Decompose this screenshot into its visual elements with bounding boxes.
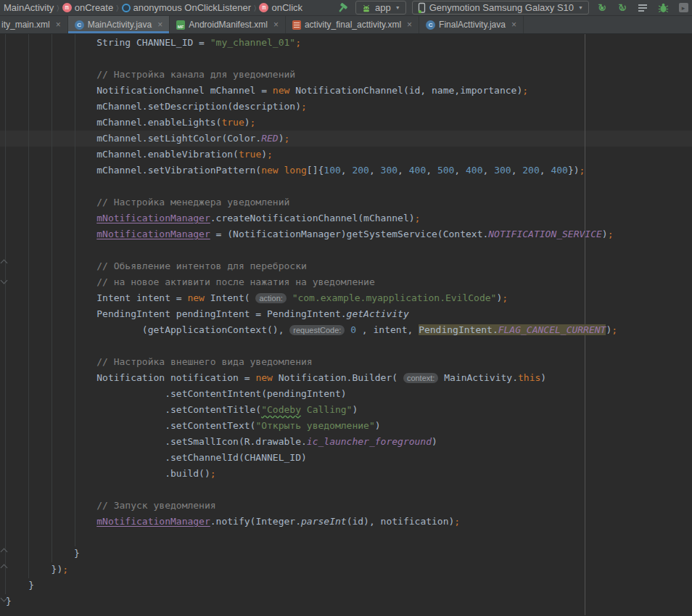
device-phone-icon (418, 2, 426, 14)
anonymous-class-icon (122, 4, 131, 12)
close-icon[interactable]: × (157, 20, 162, 30)
apply-changes-restart-icon[interactable]: ↻ (595, 1, 609, 15)
parameter-hint: action: (255, 293, 286, 303)
code-line[interactable]: // на новое активити после нажатия на ув… (6, 274, 617, 290)
code-token: 400 (551, 165, 567, 176)
debug-attach-icon[interactable] (656, 1, 670, 15)
code-token: new (273, 85, 289, 96)
code-token: , (483, 165, 495, 176)
apply-code-changes-icon[interactable]: ↻ A (615, 1, 630, 15)
code-line[interactable]: .setContentTitle("Codeby Calling") (6, 402, 617, 418)
code-line[interactable]: // Настройка канала для уведомлений (6, 67, 617, 83)
code-line[interactable]: String CHANNEL_ID = "my_channel_01"; (6, 35, 617, 51)
code-token: 100 (324, 165, 340, 176)
parameter-hint: context: (403, 373, 439, 383)
code-line[interactable] (6, 338, 617, 354)
code-token: ) (602, 229, 608, 239)
code-token: 400 (466, 165, 482, 176)
code-token: new (261, 165, 278, 176)
code-token: , (398, 165, 409, 176)
breadcrumb-item-onclick[interactable]: m onClick (257, 2, 305, 13)
code-line[interactable]: // Запуск уведомления (6, 498, 617, 514)
code-token: } (6, 548, 80, 559)
code-line[interactable]: mNotificationManager.createNotificationC… (6, 210, 617, 226)
profiler-icon[interactable] (635, 1, 650, 15)
code-token: 400 (409, 165, 426, 176)
code-line[interactable]: .build(); (6, 466, 617, 482)
code-token: .setSmallIcon(R.drawable. (6, 436, 307, 447)
code-line[interactable]: // Обьявление интентов для переброски (6, 258, 617, 274)
code-token: // Настройка внешнего вида уведомления (6, 356, 313, 367)
code-line[interactable]: mNotificationManager = (NotificationMana… (6, 226, 617, 242)
close-icon[interactable]: × (56, 20, 61, 30)
code-token: mChannel.setLightColor(Color. (6, 133, 261, 144)
device-selector-dropdown[interactable]: Genymotion Samsung Galaxy S10▼ (412, 1, 589, 15)
code-token: PendingIntent pendingIntent = PendingInt… (6, 308, 347, 319)
profile-app-icon[interactable]: ▸ (676, 1, 691, 15)
breadcrumb-item-anonymous-class[interactable]: anonymous OnClickListener (120, 2, 254, 13)
code-line[interactable]: .setSmallIcon(R.drawable.ic_launcher_for… (6, 434, 617, 450)
code-token: 200 (522, 165, 539, 176)
code-line[interactable]: .setContentIntent(pendingIntent) (6, 386, 617, 402)
code-line[interactable]: // Настройка менеджера уведомлений (6, 194, 617, 210)
code-line[interactable] (6, 530, 617, 546)
java-class-icon: C (75, 20, 84, 30)
code-line[interactable] (6, 242, 617, 258)
method-icon: m (62, 3, 72, 12)
code-token: mChannel.enableVibration( (6, 149, 239, 160)
code-token: Notification.Builder( (273, 372, 403, 383)
code-token: ; (580, 165, 585, 176)
code-token: ) (375, 420, 381, 431)
code-token: ; (611, 324, 617, 335)
tab-finalacttivity-java[interactable]: C FinalActtivity.java × (419, 16, 524, 33)
code-line[interactable]: Notification notification = new Notifica… (6, 370, 617, 386)
tab-activity-final-acttivity-xml[interactable]: activity_final_acttivity.xml × (286, 16, 419, 33)
tab-mainactivity-java[interactable]: C MainActivity.java × (68, 16, 170, 33)
close-icon[interactable]: × (511, 20, 516, 30)
android-icon (361, 3, 371, 13)
code-token: ; (608, 229, 614, 239)
tab-activity-main-xml[interactable]: ity_main.xml × (0, 16, 68, 33)
build-hammer-icon[interactable] (335, 1, 350, 15)
tab-label: ity_main.xml (1, 20, 50, 30)
code-line[interactable]: // Настройка внешнего вида уведомления (6, 354, 617, 370)
breadcrumb-item-class[interactable]: MainActivity (1, 2, 56, 13)
code-line[interactable]: mChannel.setDescription(description); (6, 99, 617, 115)
code-line[interactable]: .setChannelId(CHANNEL_ID) (6, 450, 617, 466)
code-line[interactable]: PendingIntent pendingIntent = PendingInt… (6, 306, 617, 322)
code-lines[interactable]: String CHANNEL_ID = "my_channel_01"; // … (6, 35, 617, 609)
code-line[interactable]: } (6, 578, 617, 594)
code-line[interactable]: } (6, 594, 617, 609)
code-line[interactable]: mChannel.enableLights(true); (6, 115, 617, 131)
code-token: this (518, 372, 540, 383)
code-line[interactable]: } (6, 546, 617, 562)
code-line[interactable]: mChannel.setLightColor(Color.RED); (6, 131, 617, 147)
toolbar-run-controls: app ▼ Genymotion Samsung Galaxy S10▼ ↻ ↻… (335, 1, 691, 15)
code-line[interactable]: Intent intent = new Intent( action: "com… (6, 290, 617, 306)
code-line[interactable] (6, 178, 617, 194)
code-token: []{ (307, 165, 324, 176)
run-configuration-dropdown[interactable]: app ▼ (355, 1, 406, 15)
code-editor[interactable]: String CHANNEL_ID = "my_channel_01"; // … (0, 34, 692, 615)
code-token: // Запуск уведомления (6, 500, 216, 511)
code-line[interactable] (6, 482, 617, 498)
code-token: ) (432, 436, 437, 447)
code-line[interactable]: (getApplicationContext(), requestCode: 0… (6, 322, 617, 338)
code-line[interactable]: NotificationChannel mChannel = new Notif… (6, 83, 617, 99)
code-line[interactable]: .setContentText("Открыть уведомление") (6, 418, 617, 434)
breadcrumb-item-oncreate[interactable]: m onCreate (60, 2, 115, 13)
code-token: ; (295, 37, 301, 48)
code-line[interactable]: mNotificationManager.notify(Integer.pars… (6, 514, 617, 530)
code-token: true (221, 117, 244, 128)
code-token: ; (210, 468, 216, 479)
close-icon[interactable]: × (273, 20, 279, 30)
code-line[interactable]: mChannel.enableVibration(true); (6, 147, 617, 163)
chevron-down-icon: ▼ (578, 5, 583, 10)
code-line[interactable]: mChannel.setVibrationPattern(new long[]{… (6, 163, 617, 178)
close-icon[interactable]: × (407, 20, 412, 30)
code-line[interactable] (6, 51, 617, 67)
tab-androidmanifest-xml[interactable]: MF AndroidManifest.xml × (170, 16, 286, 33)
code-token: }) (568, 165, 580, 176)
code-line[interactable]: }); (6, 562, 617, 578)
editor-tab-bar: ity_main.xml × C MainActivity.java × MF … (0, 16, 692, 34)
